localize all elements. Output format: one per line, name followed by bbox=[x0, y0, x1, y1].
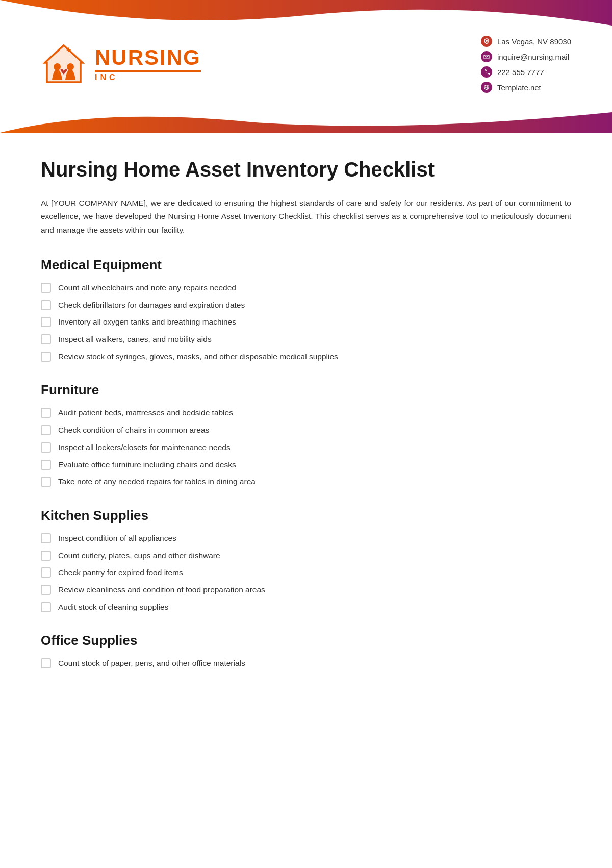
list-item: Audit stock of cleaning supplies bbox=[41, 602, 571, 613]
list-item: Check pantry for expired food items bbox=[41, 567, 571, 578]
svg-point-3 bbox=[54, 63, 61, 70]
phone-icon bbox=[481, 66, 492, 78]
section-kitchen: Kitchen Supplies Inspect condition of al… bbox=[41, 508, 571, 612]
list-item: Audit patient beds, mattresses and bedsi… bbox=[41, 407, 571, 418]
list-item: Inspect condition of all appliances bbox=[41, 533, 571, 544]
svg-marker-0 bbox=[43, 44, 84, 83]
location-icon bbox=[481, 36, 492, 47]
svg-point-4 bbox=[67, 63, 74, 70]
header: + NURSING INC bbox=[0, 0, 612, 133]
header-content: + NURSING INC bbox=[0, 0, 612, 103]
list-item: Count all wheelchairs and note any repai… bbox=[41, 282, 571, 293]
checklist-kitchen: Inspect condition of all appliances Coun… bbox=[41, 533, 571, 612]
checkbox[interactable] bbox=[41, 425, 51, 435]
section-title-medical: Medical Equipment bbox=[41, 257, 571, 273]
page-title: Nursing Home Asset Inventory Checklist bbox=[41, 158, 571, 181]
checkbox[interactable] bbox=[41, 567, 51, 578]
list-item: Review stock of syringes, gloves, masks,… bbox=[41, 351, 571, 362]
checkbox[interactable] bbox=[41, 477, 51, 487]
contact-phone: 222 555 7777 bbox=[481, 66, 571, 78]
checkbox[interactable] bbox=[41, 533, 51, 543]
contact-web: Template.net bbox=[481, 82, 571, 93]
list-item: Take note of any needed repairs for tabl… bbox=[41, 476, 571, 487]
list-item: Inspect all walkers, canes, and mobility… bbox=[41, 334, 571, 345]
phone-text: 222 555 7777 bbox=[497, 68, 544, 77]
checkbox[interactable] bbox=[41, 602, 51, 612]
checklist-office: Count stock of paper, pens, and other of… bbox=[41, 658, 571, 669]
contact-location: Las Vegas, NV 89030 bbox=[481, 36, 571, 47]
section-medical-equipment: Medical Equipment Count all wheelchairs … bbox=[41, 257, 571, 362]
email-icon bbox=[481, 51, 492, 62]
checkbox[interactable] bbox=[41, 352, 51, 362]
location-text: Las Vegas, NV 89030 bbox=[497, 37, 571, 46]
list-item: Review cleanliness and condition of food… bbox=[41, 584, 571, 596]
list-item: Count stock of paper, pens, and other of… bbox=[41, 658, 571, 669]
email-text: inquire@nursing.mail bbox=[497, 53, 569, 61]
web-text: Template.net bbox=[497, 83, 541, 92]
section-furniture: Furniture Audit patient beds, mattresses… bbox=[41, 382, 571, 487]
list-item: Count cutlery, plates, cups and other di… bbox=[41, 550, 571, 561]
list-item: Check condition of chairs in common area… bbox=[41, 425, 571, 436]
list-item: Inventory all oxygen tanks and breathing… bbox=[41, 316, 571, 328]
svg-point-5 bbox=[486, 40, 488, 42]
checkbox[interactable] bbox=[41, 300, 51, 310]
web-icon bbox=[481, 82, 492, 93]
section-office: Office Supplies Count stock of paper, pe… bbox=[41, 633, 571, 669]
checklist-medical: Count all wheelchairs and note any repai… bbox=[41, 282, 571, 362]
list-item: Evaluate office furniture including chai… bbox=[41, 459, 571, 470]
logo-inc: INC bbox=[95, 70, 201, 82]
list-item: Check defibrillators for damages and exp… bbox=[41, 300, 571, 311]
checkbox[interactable] bbox=[41, 317, 51, 327]
logo-text: NURSING INC bbox=[95, 47, 201, 82]
svg-text:+: + bbox=[66, 45, 71, 54]
main-content: Nursing Home Asset Inventory Checklist A… bbox=[0, 133, 612, 720]
section-title-kitchen: Kitchen Supplies bbox=[41, 508, 571, 524]
checkbox[interactable] bbox=[41, 283, 51, 293]
list-item: Inspect all lockers/closets for maintena… bbox=[41, 442, 571, 453]
intro-text: At [YOUR COMPANY NAME], we are dedicated… bbox=[41, 196, 571, 237]
checkbox[interactable] bbox=[41, 585, 51, 595]
checkbox[interactable] bbox=[41, 334, 51, 344]
checklist-furniture: Audit patient beds, mattresses and bedsi… bbox=[41, 407, 571, 487]
checkbox[interactable] bbox=[41, 551, 51, 561]
checkbox[interactable] bbox=[41, 658, 51, 668]
logo-area: + NURSING INC bbox=[41, 41, 201, 87]
header-wave-bottom bbox=[0, 102, 612, 133]
section-title-office: Office Supplies bbox=[41, 633, 571, 649]
checkbox[interactable] bbox=[41, 442, 51, 453]
contact-email: inquire@nursing.mail bbox=[481, 51, 571, 62]
contact-info: Las Vegas, NV 89030 inquire@nursing.mail bbox=[481, 36, 571, 93]
checkbox[interactable] bbox=[41, 408, 51, 418]
logo-name: NURSING bbox=[95, 47, 201, 68]
logo-icon: + bbox=[41, 41, 87, 87]
checkbox[interactable] bbox=[41, 460, 51, 470]
section-title-furniture: Furniture bbox=[41, 382, 571, 398]
